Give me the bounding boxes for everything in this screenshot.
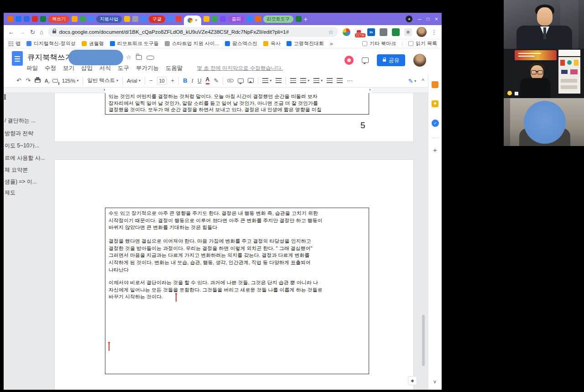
underline-button[interactable]: U [198, 78, 202, 84]
hide-menus-icon[interactable]: ^ [422, 78, 424, 84]
right-indent-marker[interactable]: ▾ [369, 88, 371, 91]
insert-link-icon[interactable] [227, 79, 234, 82]
tasks-icon[interactable]: ✓ [432, 120, 439, 127]
grouped-tab[interactable] [220, 16, 226, 22]
highlight-button[interactable]: ✎ [214, 78, 219, 84]
move-folder-icon[interactable] [136, 55, 142, 60]
checklist-icon[interactable] [290, 78, 296, 83]
bookmarks-overflow-icon[interactable]: » [330, 41, 333, 47]
profile-avatar[interactable] [417, 27, 427, 37]
redo-button[interactable]: ↷ [26, 78, 31, 84]
outline-item[interactable]: 르에 사용할 사... [5, 154, 53, 162]
explore-button[interactable]: ◆ [408, 376, 417, 385]
reading-list[interactable]: 읽기 목록 [408, 40, 437, 47]
align-select[interactable]: ▾ [262, 78, 271, 83]
outline-item[interactable]: 방향과 전략 [5, 130, 53, 137]
document-canvas[interactable]: / 결단하는 ... 방향과 전략 이도 5~10가... 르에 사용할 사..… [4, 93, 428, 390]
extension-icon[interactable] [392, 28, 400, 36]
add-comment-icon[interactable] [238, 78, 244, 83]
tab-group-label[interactable]: 리모트도구 [263, 16, 293, 23]
grouped-tab[interactable] [80, 16, 86, 22]
address-bar[interactable]: docs.google.com/document/d/1BK_cQaPzo8ZF… [48, 27, 338, 37]
menu-help[interactable]: 도움말 [166, 64, 183, 72]
paint-format-icon[interactable] [52, 79, 58, 83]
home-button[interactable]: ⌂ [40, 29, 43, 35]
vertical-scrollbar[interactable] [422, 315, 425, 366]
bookmark-item[interactable]: 디지털혁신-정의성 [26, 40, 76, 47]
menu-tools[interactable]: 도구 [118, 64, 129, 72]
tab-group-label[interactable]: 책쓰기 [48, 16, 69, 23]
docs-logo[interactable] [12, 51, 23, 66]
outline-item[interactable]: / 결단하는 ... [5, 117, 53, 125]
bookmark-item[interactable]: 고령혁진대회 [287, 40, 324, 47]
window-minimize-button[interactable]: – [418, 16, 421, 22]
webcam-video-2[interactable] [504, 49, 584, 98]
outdent-icon[interactable] [327, 78, 333, 83]
pinned-tab[interactable] [32, 16, 38, 22]
pinned-tab[interactable] [16, 16, 21, 22]
forward-button[interactable]: → [19, 29, 26, 35]
grouped-tab[interactable] [141, 16, 146, 22]
outline-item[interactable]: 체 요약본 [5, 166, 53, 174]
outline-item[interactable]: 샘플) => 이... [5, 178, 53, 186]
grouped-tab[interactable] [255, 16, 261, 22]
menu-view[interactable]: 보기 [63, 64, 74, 72]
grouped-tab[interactable] [132, 16, 138, 22]
bullet-list-select[interactable]: ▾ [300, 78, 309, 83]
bookmark-item[interactable]: 팜스엑스전 [225, 40, 257, 47]
collapse-panel-icon[interactable]: ∨ [433, 379, 437, 385]
menu-file[interactable]: 파일 [26, 64, 38, 72]
close-tab-icon[interactable]: × [195, 18, 198, 23]
grouped-tab[interactable] [167, 16, 173, 22]
extension-icon[interactable] [343, 28, 350, 36]
grouped-tab[interactable] [176, 16, 182, 22]
editing-mode-select[interactable]: ✎▾ [408, 78, 416, 84]
window-close-button[interactable]: × [435, 16, 438, 22]
decrease-font-button[interactable]: − [149, 78, 153, 84]
grouped-tab[interactable] [124, 16, 130, 22]
more-tools-icon[interactable]: ⋯ [347, 78, 353, 84]
grouped-tab[interactable] [203, 16, 209, 22]
back-button[interactable]: ← [8, 29, 15, 35]
outline-item[interactable]: 제도 [5, 189, 53, 197]
pinned-tab[interactable] [7, 16, 13, 22]
reload-button[interactable]: ↻ [30, 29, 35, 35]
extensions-puzzle-icon[interactable] [404, 28, 412, 36]
menu-addons[interactable]: 부가기능 [136, 64, 159, 72]
extension-icon[interactable]: in [367, 28, 375, 36]
document-page[interactable]: 수도 있고 장기적으로 아주 큰 영향을 주기도 한다. 결정은 내 행동 변화… [55, 160, 413, 390]
tab-group-label[interactable]: 구글 [149, 16, 165, 23]
font-size-input[interactable]: 10 [157, 77, 167, 85]
extension-icon-header[interactable] [344, 56, 354, 65]
indent-icon[interactable] [337, 78, 343, 83]
bookmark-item[interactable]: 스타트업 지원 사이... [165, 40, 219, 47]
grouped-tab[interactable] [72, 16, 78, 22]
calendar-icon[interactable] [432, 81, 438, 88]
grouped-tab[interactable] [88, 16, 94, 22]
pinned-tab[interactable] [40, 16, 46, 22]
bookmark-item[interactable]: 옥사 [263, 40, 281, 47]
get-addons-icon[interactable]: + [433, 146, 437, 154]
active-tab[interactable]: × [184, 16, 201, 25]
extension-icon[interactable]: 21739 [355, 28, 363, 36]
print-icon[interactable] [35, 78, 41, 83]
comment-history-icon[interactable] [362, 57, 369, 63]
left-indent-marker[interactable]: ▾ [104, 88, 105, 91]
line-spacing-icon[interactable] [276, 78, 282, 83]
spellcheck-icon[interactable]: A [45, 78, 48, 84]
tab-group-label[interactable]: 지원사업 [96, 16, 122, 23]
star-document-icon[interactable]: ☆ [126, 54, 131, 61]
menu-format[interactable]: 서식 [99, 64, 111, 72]
apps-shortcut[interactable]: 앱 [8, 40, 21, 47]
grouped-tab[interactable] [296, 16, 302, 22]
increase-font-button[interactable]: + [171, 78, 175, 84]
font-select[interactable]: Arial▾ [127, 78, 141, 84]
document-page[interactable]: 있는 것인지 어떤지를 결정하는 것처럼 말이다. 오늘 아침 시간이 결정했던… [55, 93, 413, 141]
bookmark-item[interactable]: 리모트워크 도구들 [110, 40, 159, 47]
grouped-tab[interactable] [212, 16, 218, 22]
share-button[interactable]: 공유 [377, 54, 405, 66]
keep-icon[interactable] [432, 100, 438, 107]
webcam-video-1[interactable] [504, 0, 584, 49]
bookmark-item[interactable]: 권월램 [82, 40, 104, 47]
other-bookmarks[interactable]: 기타 북마크 [362, 40, 396, 47]
